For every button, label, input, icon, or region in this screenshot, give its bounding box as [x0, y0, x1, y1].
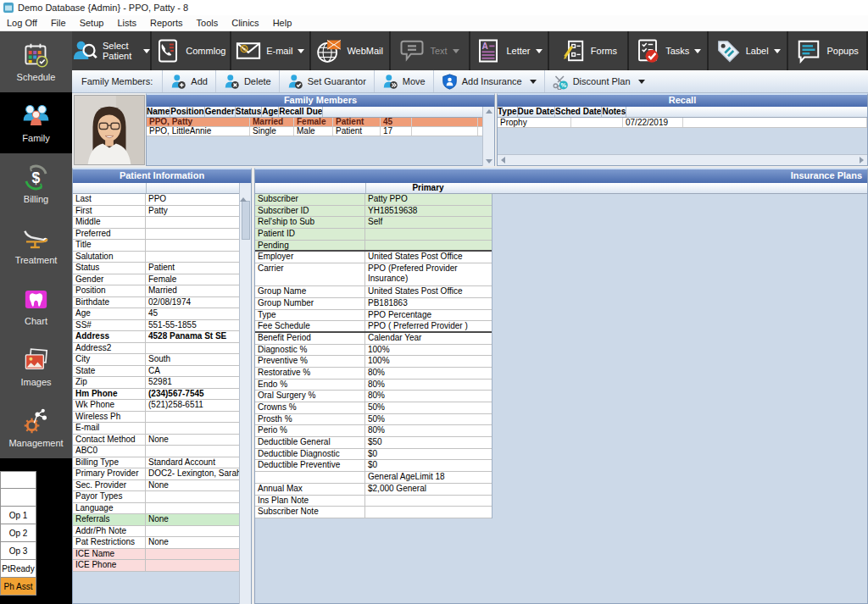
- scroll-down-icon[interactable]: [486, 159, 492, 163]
- operatory-cell[interactable]: Op 2: [0, 524, 36, 542]
- table-row[interactable]: Preferred: [73, 229, 241, 241]
- table-row[interactable]: Prophy 07/22/2019: [498, 118, 867, 128]
- table-row[interactable]: Restorative % 80%: [255, 368, 492, 380]
- label-button[interactable]: Label: [709, 31, 788, 70]
- column-header[interactable]: Age: [262, 107, 279, 117]
- table-row[interactable]: ICE Name: [73, 549, 241, 561]
- table-row[interactable]: Address2: [73, 343, 241, 355]
- table-row[interactable]: Rel'ship to Sub Self: [255, 217, 492, 229]
- table-row[interactable]: Title: [73, 240, 241, 252]
- popups-button[interactable]: Popups: [788, 31, 868, 70]
- scrollbar-thumb[interactable]: [242, 201, 250, 240]
- table-row[interactable]: Oral Surgery % 80%: [255, 391, 492, 402]
- add-family-member-button[interactable]: Add: [162, 70, 215, 92]
- table-row[interactable]: SS# 551-55-1855: [73, 320, 241, 332]
- table-row[interactable]: Primary Provider DOC2- Lexington, Sarah: [73, 468, 241, 480]
- table-row[interactable]: Language: [73, 503, 241, 515]
- select-patient-button[interactable]: Select Patient: [72, 31, 152, 70]
- table-row[interactable]: Referrals None: [73, 514, 241, 526]
- table-row[interactable]: Middle: [73, 217, 241, 229]
- operatory-cell[interactable]: Ph Asst: [0, 578, 36, 596]
- table-row[interactable]: Subscriber ID YH18519638: [255, 206, 492, 218]
- table-row[interactable]: Carrier PPO (Prefered Provider Insurance…: [255, 263, 492, 286]
- operatory-cell[interactable]: Op 1: [0, 507, 36, 524]
- table-row[interactable]: Address 4528 Panama St SE: [73, 331, 241, 343]
- table-row[interactable]: PPO, Patty Married Female Patient 45: [147, 118, 482, 127]
- table-row[interactable]: Age 45: [73, 308, 241, 320]
- table-row[interactable]: E-mail: [73, 423, 241, 435]
- sidebar-item-images[interactable]: Images: [0, 336, 72, 397]
- table-row[interactable]: Last PPO: [73, 194, 241, 206]
- table-row[interactable]: State CA: [73, 366, 241, 378]
- table-row[interactable]: Billing Type Standard Account: [73, 457, 241, 469]
- sidebar-item-billing[interactable]: Billing: [0, 153, 72, 214]
- table-row[interactable]: Employer United States Post Office: [255, 252, 492, 263]
- table-row[interactable]: Wireless Ph: [73, 412, 241, 424]
- table-row[interactable]: Pending: [255, 241, 492, 252]
- table-row[interactable]: Subscriber Patty PPO: [255, 194, 492, 206]
- table-row[interactable]: Gender Female: [73, 274, 241, 286]
- table-row[interactable]: Deductible General $50: [255, 437, 492, 449]
- webmail-button[interactable]: WebMail: [311, 31, 391, 70]
- table-row[interactable]: Salutation: [73, 252, 241, 263]
- letter-button[interactable]: Letter: [470, 31, 550, 70]
- column-header[interactable]: Gender: [205, 107, 236, 117]
- menu-item[interactable]: Lists: [110, 15, 143, 30]
- table-row[interactable]: Subscriber Note: [255, 507, 492, 518]
- column-header[interactable]: Type: [498, 107, 518, 117]
- scroll-left-icon[interactable]: [501, 157, 505, 163]
- column-header[interactable]: Notes: [602, 107, 626, 117]
- menu-item[interactable]: Help: [266, 15, 299, 30]
- sidebar-item-management[interactable]: Management: [0, 397, 72, 458]
- table-row[interactable]: Deductible Diagnostic $0: [255, 449, 492, 461]
- menu-item[interactable]: Reports: [143, 15, 190, 30]
- column-header[interactable]: Name: [147, 107, 170, 117]
- forms-button[interactable]: Forms: [549, 31, 629, 70]
- column-header[interactable]: Recall Due: [279, 107, 323, 117]
- table-row[interactable]: ABC0: [73, 446, 241, 457]
- table-row[interactable]: Contact Method None: [73, 435, 241, 446]
- tasks-button[interactable]: Tasks: [629, 31, 709, 70]
- vertical-scrollbar[interactable]: [482, 107, 494, 166]
- sidebar-item-chart[interactable]: Chart: [0, 275, 72, 336]
- table-row[interactable]: ICE Phone: [73, 560, 241, 572]
- table-row[interactable]: General AgeLimit 18: [255, 472, 492, 484]
- operatory-cell[interactable]: [0, 471, 36, 489]
- column-header[interactable]: Position: [170, 107, 204, 117]
- text-button[interactable]: Text: [391, 31, 470, 70]
- move-button[interactable]: Move: [374, 70, 433, 92]
- table-row[interactable]: Annual Max $2,000 General: [255, 484, 492, 496]
- table-row[interactable]: Crowns % 50%: [255, 402, 492, 414]
- table-row[interactable]: Endo % 80%: [255, 380, 492, 391]
- menu-item[interactable]: Tools: [190, 15, 225, 30]
- menu-item[interactable]: Clinics: [225, 15, 265, 30]
- table-row[interactable]: Hm Phone (234)567-7545: [73, 389, 241, 401]
- discount-plan-button[interactable]: Discount Plan: [544, 70, 653, 92]
- table-row[interactable]: Preventive % 100%: [255, 356, 492, 368]
- table-row[interactable]: Sec. Provider None: [73, 480, 241, 492]
- set-guarantor-button[interactable]: Set Guarantor: [279, 70, 374, 92]
- sidebar-item-family[interactable]: Family: [0, 92, 72, 153]
- delete-family-member-button[interactable]: Delete: [215, 70, 279, 92]
- table-row[interactable]: Group Number PB181863: [255, 298, 492, 310]
- operatory-cell[interactable]: PtReady: [0, 560, 36, 578]
- column-header[interactable]: Due Date: [518, 107, 555, 117]
- table-row[interactable]: Wk Phone (521)258-6511: [73, 400, 241, 412]
- table-row[interactable]: Type PPO Percentage: [255, 310, 492, 322]
- column-header[interactable]: Sched Date: [555, 107, 602, 117]
- table-row[interactable]: Benefit Period Calendar Year: [255, 333, 492, 345]
- add-insurance-button[interactable]: Add Insurance: [433, 70, 544, 92]
- table-row[interactable]: Prosth % 50%: [255, 414, 492, 426]
- scroll-right-icon[interactable]: [860, 157, 864, 163]
- table-row[interactable]: Status Patient: [73, 263, 241, 274]
- operatory-cell[interactable]: Op 3: [0, 542, 36, 560]
- vertical-scrollbar[interactable]: [239, 183, 251, 604]
- primary-column-header[interactable]: Primary: [365, 183, 491, 193]
- horizontal-scrollbar[interactable]: [498, 154, 867, 165]
- table-row[interactable]: Diagnostic % 100%: [255, 345, 492, 357]
- table-row[interactable]: Fee Schedule PPO ( Preferred Provider ): [255, 321, 492, 333]
- commlog-button[interactable]: Commlog: [152, 31, 231, 70]
- column-header[interactable]: Status: [236, 107, 263, 117]
- table-row[interactable]: First Patty: [73, 206, 241, 218]
- scroll-up-icon[interactable]: [486, 109, 492, 114]
